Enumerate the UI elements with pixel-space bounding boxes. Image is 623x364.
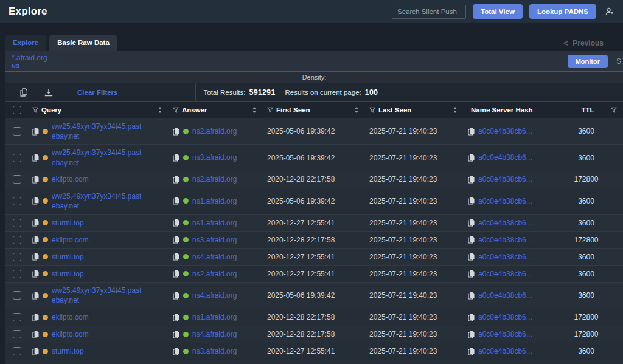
- copy-icon[interactable]: [468, 154, 475, 162]
- row-checkbox[interactable]: [13, 313, 21, 321]
- copy-icon[interactable]: [173, 128, 179, 136]
- ns-hash-link[interactable]: a0c0e4b38cb6...: [478, 235, 532, 245]
- user-assist-icon[interactable]: [605, 7, 614, 16]
- copy-icon[interactable]: [173, 253, 179, 261]
- copy-icon[interactable]: [468, 197, 475, 205]
- column-header-query[interactable]: Query: [29, 106, 169, 114]
- ns-hash-link[interactable]: a0c0e4b38cb6...: [478, 153, 532, 162]
- tab-explore[interactable]: Explore: [5, 35, 46, 51]
- ns-hash-link[interactable]: a0c0e4b38cb6...: [478, 312, 532, 322]
- copy-icon[interactable]: [468, 331, 475, 338]
- copy-results-icon[interactable]: [20, 88, 27, 97]
- select-all-checkbox[interactable]: [13, 106, 21, 114]
- ns-hash-link[interactable]: a0c0e4b38cb6...: [478, 174, 532, 184]
- answer-link[interactable]: ns3.afraid.org: [192, 346, 237, 356]
- query-value-link[interactable]: *.afraid.org: [12, 53, 47, 62]
- answer-link[interactable]: ns1.afraid.org: [192, 196, 237, 206]
- row-checkbox[interactable]: [13, 175, 21, 184]
- sort-arrows-icon[interactable]: [453, 107, 461, 113]
- answer-link[interactable]: ns4.afraid.org: [192, 290, 237, 300]
- copy-icon[interactable]: [173, 154, 179, 162]
- ns-hash-link[interactable]: a0c0e4b38cb6...: [478, 329, 532, 339]
- copy-icon[interactable]: [32, 292, 39, 300]
- answer-link[interactable]: ns3.afraid.org: [192, 153, 237, 162]
- ns-hash-link[interactable]: a0c0e4b38cb6...: [478, 218, 532, 228]
- copy-icon[interactable]: [468, 176, 475, 184]
- download-icon[interactable]: [44, 88, 53, 97]
- filter-funnel-icon[interactable]: [173, 107, 179, 113]
- query-link[interactable]: ww25.49xyn37yx34t45.pastebay.net: [52, 148, 144, 167]
- query-link[interactable]: eklipto.com: [52, 174, 89, 184]
- copy-icon[interactable]: [32, 154, 39, 162]
- copy-icon[interactable]: [468, 314, 475, 321]
- row-checkbox[interactable]: [13, 219, 21, 227]
- sort-arrows-icon[interactable]: [355, 107, 362, 113]
- query-link[interactable]: eklipto.com: [52, 329, 89, 339]
- ns-hash-link[interactable]: a0c0e4b38cb6...: [478, 126, 532, 136]
- copy-icon[interactable]: [32, 197, 39, 205]
- copy-icon[interactable]: [173, 292, 179, 300]
- copy-icon[interactable]: [173, 270, 179, 278]
- copy-icon[interactable]: [32, 128, 39, 136]
- row-checkbox[interactable]: [13, 291, 21, 300]
- copy-icon[interactable]: [173, 197, 179, 205]
- copy-icon[interactable]: [173, 348, 179, 355]
- answer-link[interactable]: ns4.afraid.org: [192, 329, 237, 339]
- query-link[interactable]: sturmi.top: [52, 346, 84, 356]
- answer-link[interactable]: ns3.afraid.org: [192, 235, 237, 245]
- copy-icon[interactable]: [468, 270, 475, 278]
- filter-funnel-icon[interactable]: [369, 107, 375, 113]
- copy-icon[interactable]: [468, 236, 475, 244]
- copy-icon[interactable]: [173, 176, 179, 184]
- filter-funnel-icon[interactable]: [32, 107, 38, 113]
- row-checkbox[interactable]: [13, 197, 21, 205]
- query-link[interactable]: eklipto.com: [52, 312, 89, 322]
- row-checkbox[interactable]: [13, 270, 21, 278]
- total-view-button[interactable]: Total View: [473, 4, 523, 19]
- row-checkbox[interactable]: [13, 154, 21, 162]
- lookup-padns-button[interactable]: Lookup PADNS: [529, 4, 596, 19]
- copy-icon[interactable]: [32, 219, 39, 227]
- copy-icon[interactable]: [468, 128, 475, 136]
- query-link[interactable]: ww25.49xyn37yx34t45.pastebay.net: [52, 122, 144, 141]
- answer-link[interactable]: ns1.afraid.org: [192, 312, 237, 322]
- filter-funnel-icon[interactable]: [267, 107, 273, 113]
- answer-link[interactable]: ns2.afraid.org: [192, 269, 237, 279]
- filter-funnel-icon[interactable]: [611, 107, 617, 113]
- copy-icon[interactable]: [32, 176, 39, 184]
- answer-link[interactable]: ns1.afraid.org: [192, 218, 237, 228]
- copy-icon[interactable]: [32, 253, 39, 261]
- answer-link[interactable]: ns4.afraid.org: [192, 252, 237, 262]
- column-header-filter[interactable]: [603, 107, 623, 113]
- column-header-last-seen[interactable]: Last Seen: [366, 106, 464, 114]
- copy-icon[interactable]: [468, 219, 475, 227]
- ns-hash-link[interactable]: a0c0e4b38cb6...: [478, 290, 532, 300]
- ns-hash-link[interactable]: a0c0e4b38cb6...: [478, 346, 532, 356]
- copy-icon[interactable]: [173, 314, 179, 321]
- copy-icon[interactable]: [468, 253, 475, 261]
- row-checkbox[interactable]: [13, 347, 21, 355]
- ns-hash-link[interactable]: a0c0e4b38cb6...: [478, 269, 532, 279]
- query-link[interactable]: sturmi.top: [52, 269, 84, 279]
- copy-icon[interactable]: [32, 236, 39, 244]
- answer-link[interactable]: ns2.afraid.org: [192, 174, 237, 184]
- query-link[interactable]: eklipto.com: [52, 235, 89, 245]
- tab-basic-raw-data[interactable]: Basic Raw Data: [49, 35, 117, 51]
- answer-link[interactable]: ns2.afraid.org: [192, 126, 237, 136]
- search-input[interactable]: [392, 5, 466, 19]
- query-link[interactable]: ww25.49xyn37yx34t45.pastebay.net: [52, 286, 144, 305]
- ns-hash-link[interactable]: a0c0e4b38cb6...: [478, 196, 532, 206]
- sort-arrows-icon[interactable]: [158, 107, 165, 113]
- column-header-answer[interactable]: Answer: [169, 106, 263, 114]
- column-header-first-seen[interactable]: First Seen: [263, 106, 366, 114]
- row-checkbox[interactable]: [13, 236, 21, 244]
- copy-icon[interactable]: [468, 348, 475, 355]
- copy-icon[interactable]: [468, 292, 475, 300]
- copy-icon[interactable]: [173, 219, 179, 227]
- copy-icon[interactable]: [32, 348, 39, 355]
- copy-icon[interactable]: [173, 236, 179, 244]
- ns-hash-link[interactable]: a0c0e4b38cb6...: [478, 252, 532, 262]
- copy-icon[interactable]: [173, 331, 179, 338]
- query-link[interactable]: sturmi.top: [52, 252, 84, 262]
- query-link[interactable]: sturmi.top: [52, 218, 84, 228]
